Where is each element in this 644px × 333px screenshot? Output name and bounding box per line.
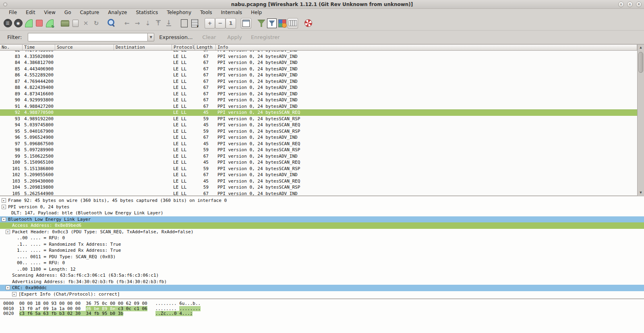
menu-item-help[interactable]: Help [246, 9, 266, 16]
open-file-icon[interactable] [60, 18, 70, 29]
expander-icon[interactable]: ▸ [2, 198, 6, 203]
packet-list-scrollbar[interactable]: ▲ ▼ [637, 45, 644, 196]
column-header-destination[interactable]: Destination [114, 45, 172, 51]
expander-icon[interactable]: ▾ [6, 230, 10, 234]
menu-item-capture[interactable]: Capture [75, 9, 104, 16]
menu-item-view[interactable]: View [39, 9, 60, 16]
packet-row[interactable]: 965.096524900LE LL67PPI version 0, 24 by… [0, 134, 637, 141]
capture-options-icon[interactable]: ◉ [13, 18, 23, 29]
restart-capture-icon[interactable] [44, 18, 55, 29]
coloring-rules-icon[interactable] [277, 18, 288, 29]
column-header-source[interactable]: Source [55, 45, 114, 51]
detail-row[interactable]: ..00 .... = RFU: 0 [0, 235, 644, 241]
go-top-icon[interactable]: ↑ [153, 18, 164, 29]
hex-row[interactable]: 0020 c3 f6 5a 63 fb b3 02 30 34 fb 95 b0… [3, 311, 644, 317]
column-header-info[interactable]: Info [216, 45, 637, 51]
packet-row[interactable]: 955.040167900LE LL59PPI version 0, 24 by… [0, 128, 637, 135]
zoom-in-icon[interactable]: + [205, 18, 215, 29]
packet-row[interactable]: 1045.209819800LE LL59PPI version 0, 24 b… [0, 184, 637, 191]
apply-button[interactable]: Apply [227, 34, 242, 40]
expander-icon[interactable]: ▸ [12, 292, 17, 296]
packet-row[interactable]: 985.097289900LE LL59PPI version 0, 24 by… [0, 147, 637, 153]
zoom-normal-icon[interactable]: 1 [226, 18, 236, 29]
filter-dropdown-icon[interactable]: ▼ [147, 33, 154, 41]
display-filters-icon[interactable] [267, 18, 277, 29]
expander-icon[interactable]: ▾ [6, 286, 10, 290]
detail-row[interactable]: ▸Frame 92: 45 bytes on wire (360 bits), … [0, 197, 644, 204]
save-filter-button[interactable]: Enregistrer [251, 34, 280, 40]
detail-row[interactable]: .... 0011 = PDU Type: SCAN_REQ (0x03) [0, 254, 644, 260]
resize-columns-icon[interactable] [241, 18, 251, 29]
close-file-icon[interactable]: ✕ [81, 18, 91, 29]
column-header-length[interactable]: Length [195, 45, 216, 51]
menu-item-internals[interactable]: Internals [217, 9, 247, 16]
detail-row[interactable]: .1.. .... = Randomized Tx Address: True [0, 241, 644, 248]
zoom-out-icon[interactable]: − [215, 18, 226, 29]
column-header-time[interactable]: Time [23, 45, 55, 51]
detail-row[interactable]: ▸PPI version 0, 24 bytes [0, 204, 644, 210]
packet-row[interactable]: 1055.262544900LE LL67PPI version 0, 24 b… [0, 191, 637, 196]
go-bottom-icon[interactable]: ↓ [164, 18, 174, 29]
auto-scroll-icon[interactable] [189, 18, 200, 29]
detail-row[interactable]: Advertising Address: fb:34:30:02:b3:fb (… [0, 279, 644, 285]
menu-item-tools[interactable]: Tools [196, 9, 217, 16]
packet-row[interactable]: 1005.150965100LE LL45PPI version 0, 24 b… [0, 159, 637, 166]
go-forward-icon[interactable]: → [132, 18, 143, 29]
packet-row[interactable]: 995.150622500LE LL67PPI version 0, 24 by… [0, 153, 637, 160]
menu-item-go[interactable]: Go [60, 9, 76, 16]
maximize-button[interactable]: ∧ [627, 2, 633, 7]
preferences-icon[interactable] [288, 18, 298, 29]
filter-input[interactable] [28, 33, 147, 41]
expander-icon[interactable]: ▾ [2, 217, 6, 222]
colorize-icon[interactable] [179, 18, 189, 29]
minimize-button[interactable]: ∨ [618, 2, 624, 7]
column-header-protocol[interactable]: Protocol [172, 45, 195, 51]
packet-row[interactable]: 834.335020800LE LL67PPI version 0, 24 by… [0, 53, 637, 60]
expression-button[interactable]: Expression... [159, 34, 193, 40]
packet-row[interactable]: 864.552289200LE LL67PPI version 0, 24 by… [0, 72, 637, 78]
packet-row[interactable]: 945.039745800LE LL45PPI version 0, 24 by… [0, 122, 637, 128]
detail-row[interactable]: Access Address: 0x8e89bed6 [0, 222, 644, 229]
packet-row[interactable]: 914.988427200LE LL67PPI version 0, 24 by… [0, 103, 637, 110]
packet-row[interactable]: 1025.209055600LE LL67PPI version 0, 24 b… [0, 172, 637, 178]
detail-row[interactable]: DLT: 147, Payload: btle (Bluetooth Low E… [0, 210, 644, 216]
packet-row[interactable]: 975.096867500LE LL45PPI version 0, 24 by… [0, 141, 637, 147]
detail-row[interactable]: Scanning Address: 63:5a:f6:c3:06:c1 (63:… [0, 272, 644, 279]
find-packet-icon[interactable] [106, 18, 117, 29]
packet-row[interactable]: 874.769444200LE LL67PPI version 0, 24 by… [0, 78, 637, 85]
detail-row[interactable]: ▾Bluetooth Low Energy Link Layer [0, 216, 644, 223]
menu-item-telephony[interactable]: Telephony [162, 9, 196, 16]
scroll-up-icon[interactable]: ▲ [638, 45, 644, 51]
packet-row[interactable]: 894.873416600LE LL67PPI version 0, 24 by… [0, 91, 637, 97]
detail-row[interactable]: 00.. .... = RFU: 0 [0, 260, 644, 266]
clear-button[interactable]: Clear [202, 34, 216, 40]
detail-row[interactable]: ..00 1100 = Length: 12 [0, 266, 644, 273]
packet-row[interactable]: 1015.151386800LE LL59PPI version 0, 24 b… [0, 166, 637, 172]
close-button[interactable]: ✕ [636, 2, 642, 7]
stop-capture-icon[interactable] [34, 18, 44, 29]
list-interfaces-icon[interactable]: ☰ [2, 18, 13, 29]
packet-row[interactable]: 884.822439400LE LL67PPI version 0, 24 by… [0, 84, 637, 91]
scrollbar-thumb[interactable] [638, 52, 643, 73]
expander-icon[interactable]: ▸ [2, 205, 6, 209]
menu-item-edit[interactable]: Edit [21, 9, 39, 16]
scroll-down-icon[interactable]: ▼ [638, 190, 644, 196]
menu-item-file[interactable]: File [4, 9, 21, 16]
packet-row[interactable]: 1035.209430000LE LL45PPI version 0, 24 b… [0, 178, 637, 185]
packet-row[interactable]: 844.386812700LE LL67PPI version 0, 24 by… [0, 60, 637, 66]
go-back-icon[interactable]: ← [122, 18, 132, 29]
menu-item-statistics[interactable]: Statistics [131, 9, 162, 16]
packet-row[interactable]: 934.989192200LE LL59PPI version 0, 24 by… [0, 116, 637, 122]
start-capture-icon[interactable] [23, 18, 34, 29]
menu-item-analyze[interactable]: Analyze [104, 9, 131, 16]
reload-file-icon[interactable]: ↻ [91, 18, 101, 29]
detail-row[interactable]: ▸[Expert Info (Chat/Protocol): correct] [0, 291, 644, 298]
column-header-no[interactable]: No. [0, 45, 23, 51]
detail-row[interactable]: ▾CRC: 0xa90ddc [0, 285, 644, 291]
detail-row[interactable]: 1... .... = Randomized Rx Address: True [0, 247, 644, 254]
packet-row[interactable]: 924.988770500LE LL45PPI version 0, 24 by… [0, 109, 637, 116]
detail-row[interactable]: ▾Packet Header: 0x0cc3 (PDU Type: SCAN_R… [0, 229, 644, 235]
capture-filters-icon[interactable] [256, 18, 267, 29]
save-file-icon[interactable] [70, 18, 81, 29]
packet-row[interactable]: 854.443406900LE LL67PPI version 0, 24 by… [0, 66, 637, 72]
